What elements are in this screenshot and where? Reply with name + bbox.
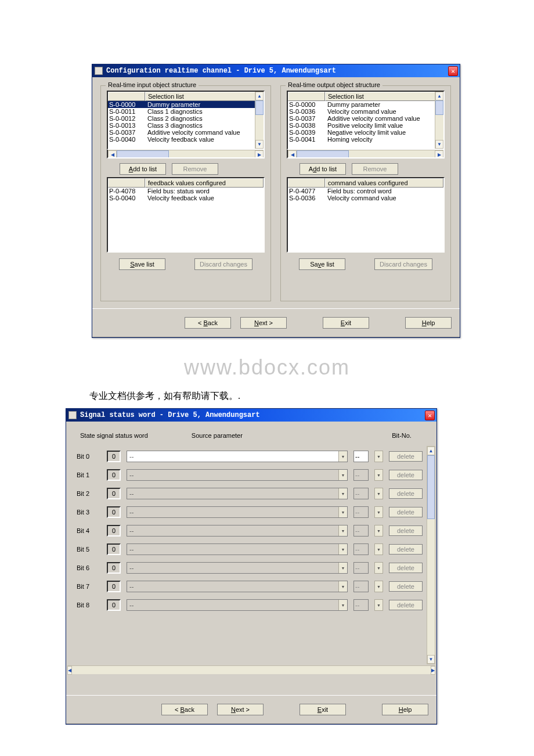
delete-button[interactable]: delete (389, 544, 423, 555)
configured-list-output[interactable]: command values configured P-0-4077Field … (287, 177, 445, 253)
col-head-config[interactable]: feedback values configured (145, 178, 264, 188)
scroll-right-icon[interactable]: ▶ (431, 666, 435, 675)
bitno-field[interactable]: -- (353, 599, 369, 611)
scroll-left-icon[interactable]: ◀ (108, 150, 117, 159)
bitno-field[interactable]: -- (353, 543, 369, 555)
col-head-blank[interactable] (108, 178, 145, 188)
chevron-down-icon[interactable]: ▼ (374, 525, 383, 537)
delete-button[interactable]: delete (389, 451, 423, 462)
source-combo[interactable]: --▼ (127, 506, 348, 518)
chevron-down-icon[interactable]: ▼ (374, 488, 383, 499)
list-item[interactable]: P-0-4078Field bus: status word (108, 188, 264, 195)
list-item[interactable]: S-0-0013Class 3 diagnostics (108, 122, 264, 129)
selection-list-output[interactable]: Selection list S-0-0000Dummy parameterS-… (287, 91, 445, 150)
scroll-down-icon[interactable]: ▼ (427, 655, 435, 664)
delete-button[interactable]: delete (389, 600, 423, 610)
list-item[interactable]: S-0-0000Dummy parameter (288, 101, 443, 108)
chevron-down-icon[interactable]: ▼ (338, 451, 347, 462)
scrollbar-horizontal[interactable]: ◀ ▶ (67, 665, 435, 674)
source-combo[interactable]: --▼ (127, 581, 348, 592)
chevron-down-icon[interactable]: ▼ (338, 581, 347, 592)
selection-list-input[interactable]: Selection list S-0-0000Dummy parameterS-… (107, 91, 265, 150)
chevron-down-icon[interactable]: ▼ (374, 543, 383, 555)
scrollbar-vertical[interactable]: ▲ ▼ (427, 446, 435, 664)
list-item[interactable]: P-0-4077Field bus: control word (288, 188, 443, 195)
scroll-up-icon[interactable]: ▲ (427, 447, 435, 455)
list-item[interactable]: S-0-0037Additive velocity command value (108, 129, 264, 136)
list-item[interactable]: S-0-0036Velocity command value (288, 108, 443, 115)
list-item[interactable]: S-0-0041Homing velocity (288, 136, 443, 143)
add-to-list-button[interactable]: Add to list (300, 163, 346, 175)
col-head-selection[interactable]: Selection list (145, 92, 264, 101)
bitno-field[interactable]: -- (353, 562, 369, 574)
bitno-field[interactable]: -- (353, 525, 369, 537)
bitno-field[interactable]: -- (353, 581, 369, 592)
chevron-down-icon[interactable]: ▼ (338, 470, 347, 480)
save-list-button[interactable]: Save list (119, 258, 165, 270)
chevron-down-icon[interactable]: ▼ (338, 525, 347, 536)
scroll-down-icon[interactable]: ▼ (255, 140, 264, 149)
delete-button[interactable]: delete (389, 581, 423, 592)
col-head-blank[interactable] (288, 92, 325, 101)
col-head-blank[interactable] (288, 178, 325, 188)
titlebar[interactable]: Configuration realtime channel - Drive 5… (92, 64, 460, 77)
next-button[interactable]: Next > (240, 317, 287, 329)
help-button[interactable]: Help (405, 317, 452, 329)
list-item[interactable]: S-0-0037Additive velocity command value (288, 115, 443, 122)
exit-button[interactable]: Exit (300, 704, 346, 715)
chevron-down-icon[interactable]: ▼ (338, 488, 347, 499)
scrollbar-vertical[interactable]: ▲ ▼ (435, 92, 443, 149)
scroll-right-icon[interactable]: ▶ (435, 150, 443, 159)
remove-button[interactable]: Remove (172, 163, 218, 175)
source-combo[interactable]: --▼ (127, 562, 348, 574)
col-head-config[interactable]: command values configured (325, 178, 443, 188)
close-icon[interactable]: ✕ (448, 66, 458, 76)
bitno-field[interactable]: -- (353, 451, 369, 462)
scroll-left-icon[interactable]: ◀ (67, 666, 72, 675)
list-item[interactable]: S-0-0039Negative velocity limit value (288, 129, 443, 136)
back-button[interactable]: < Back (185, 317, 231, 329)
scroll-down-icon[interactable]: ▼ (435, 140, 443, 149)
scroll-left-icon[interactable]: ◀ (288, 150, 297, 159)
list-item[interactable]: S-0-0036Velocity command value (288, 195, 443, 201)
source-combo[interactable]: --▼ (127, 488, 348, 499)
hscroll-output-sel[interactable]: ◀ ▶ (287, 150, 445, 159)
chevron-down-icon[interactable]: ▼ (338, 600, 347, 610)
bitno-field[interactable]: -- (353, 488, 369, 499)
source-combo[interactable]: --▼ (127, 543, 348, 555)
remove-button[interactable]: Remove (352, 163, 398, 175)
configured-list-input[interactable]: feedback values configured P-0-4078Field… (107, 177, 265, 253)
add-to-list-button[interactable]: Add to list (120, 163, 166, 175)
delete-button[interactable]: delete (389, 563, 423, 573)
chevron-down-icon[interactable]: ▼ (374, 599, 383, 611)
back-button[interactable]: < Back (161, 704, 208, 715)
source-combo[interactable]: --▼ (127, 599, 348, 611)
discard-changes-button[interactable]: Discard changes (194, 258, 252, 270)
list-item[interactable]: S-0-0011Class 1 diagnostics (108, 108, 264, 115)
chevron-down-icon[interactable]: ▼ (374, 562, 383, 574)
chevron-down-icon[interactable]: ▼ (338, 544, 347, 555)
help-button[interactable]: Help (382, 704, 428, 715)
delete-button[interactable]: delete (389, 470, 423, 480)
list-item[interactable]: S-0-0012Class 2 diagnostics (108, 115, 264, 122)
scrollbar-vertical[interactable]: ▲ ▼ (255, 92, 264, 149)
save-list-button[interactable]: Save list (299, 258, 345, 270)
delete-button[interactable]: delete (389, 525, 423, 536)
list-item[interactable]: S-0-0040Velocity feedback value (108, 195, 264, 201)
col-head-blank[interactable] (108, 92, 145, 101)
chevron-down-icon[interactable]: ▼ (374, 469, 383, 481)
list-item[interactable]: S-0-0000Dummy parameter (108, 101, 264, 108)
chevron-down-icon[interactable]: ▼ (374, 451, 383, 462)
col-head-selection[interactable]: Selection list (325, 92, 443, 101)
chevron-down-icon[interactable]: ▼ (338, 507, 347, 517)
next-button[interactable]: Next > (217, 704, 264, 715)
exit-button[interactable]: Exit (323, 317, 369, 329)
close-icon[interactable]: ✕ (425, 411, 435, 420)
hscroll-input-sel[interactable]: ◀ ▶ (107, 150, 265, 159)
delete-button[interactable]: delete (389, 488, 423, 499)
chevron-down-icon[interactable]: ▼ (374, 506, 383, 518)
chevron-down-icon[interactable]: ▼ (374, 581, 383, 592)
source-combo[interactable]: --▼ (127, 469, 348, 481)
list-item[interactable]: S-0-0040Velocity feedback value (108, 136, 264, 143)
chevron-down-icon[interactable]: ▼ (338, 563, 347, 573)
